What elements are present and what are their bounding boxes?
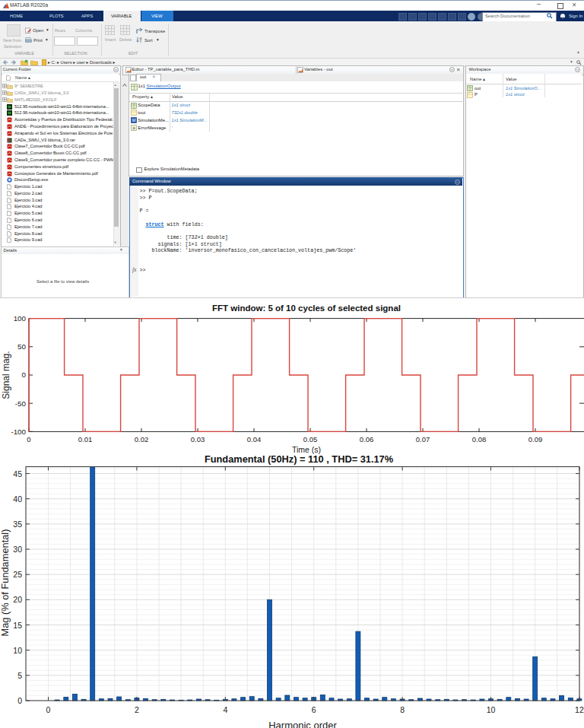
svg-text:12: 12	[575, 705, 584, 714]
svg-text:20: 20	[13, 595, 22, 604]
svg-text:35: 35	[13, 520, 22, 529]
svg-text:40: 40	[13, 494, 22, 504]
svg-text:100: 100	[14, 314, 27, 323]
svg-text:Mag (% of Fundamental): Mag (% of Fundamental)	[0, 529, 11, 637]
svg-text:0.02: 0.02	[135, 435, 149, 443]
svg-text:8: 8	[400, 705, 405, 714]
svg-text:0.06: 0.06	[360, 435, 374, 443]
svg-text:-50: -50	[15, 399, 27, 408]
svg-text:0: 0	[17, 696, 22, 705]
svg-text:0.01: 0.01	[78, 435, 93, 443]
svg-text:0: 0	[27, 435, 30, 443]
svg-text:0.03: 0.03	[191, 435, 205, 443]
svg-text:0: 0	[46, 705, 51, 714]
svg-text:M: M	[132, 118, 135, 122]
svg-text:Fundamental (50Hz) = 110 , THD: Fundamental (50Hz) = 110 , THD= 31.17%	[205, 453, 394, 465]
svg-text:5: 5	[17, 671, 22, 680]
svg-text:2: 2	[135, 705, 139, 714]
svg-text:FFT window: 5 of 10 cycles of: FFT window: 5 of 10 cycles of selected s…	[212, 304, 401, 313]
svg-text:4: 4	[223, 705, 227, 714]
svg-text:0.04: 0.04	[247, 435, 262, 443]
svg-text:0.08: 0.08	[472, 435, 487, 443]
svg-text:25: 25	[13, 570, 22, 579]
svg-text:10: 10	[487, 705, 496, 714]
svg-text:-100: -100	[11, 428, 26, 436]
svg-text:45: 45	[13, 469, 22, 478]
svg-text:30: 30	[13, 545, 22, 554]
svg-text:0.09: 0.09	[528, 435, 543, 443]
svg-text:6: 6	[312, 705, 316, 714]
svg-text:Harmonic order: Harmonic order	[268, 720, 337, 728]
svg-text:50: 50	[17, 342, 26, 351]
svg-text:0.07: 0.07	[416, 435, 430, 443]
svg-text:10: 10	[13, 646, 22, 655]
svg-text:15: 15	[13, 621, 22, 630]
svg-text:0: 0	[22, 370, 27, 379]
svg-text:0.05: 0.05	[303, 435, 318, 443]
svg-text:Signal mag.: Signal mag.	[1, 351, 11, 399]
